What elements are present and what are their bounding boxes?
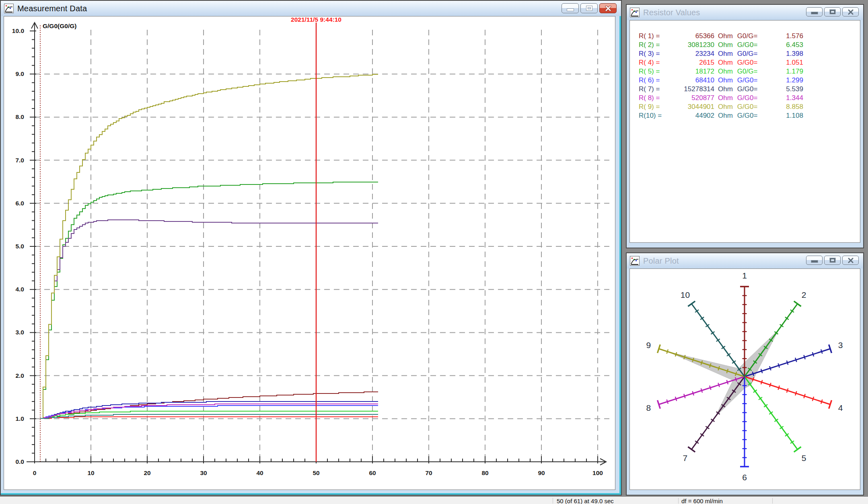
r-label: R(10) =	[639, 112, 668, 120]
caption-buttons	[806, 256, 859, 265]
close-button[interactable]	[842, 7, 859, 16]
app-chart-icon[interactable]	[630, 256, 640, 266]
svg-text:30: 30	[200, 469, 207, 476]
minimize-icon	[811, 260, 818, 263]
r-ratio-label: G/G0=	[737, 94, 769, 102]
r-ratio: 1.108	[769, 112, 803, 120]
maximize-button[interactable]	[824, 256, 841, 265]
status-separator	[772, 498, 773, 504]
resistor-row: R(10) =44902OhmG/G0=1.108	[630, 111, 860, 120]
svg-text:5.0: 5.0	[15, 243, 24, 250]
r-ohm: 18172	[668, 68, 714, 76]
close-button[interactable]	[599, 3, 617, 13]
r-ratio: 6.453	[769, 41, 803, 49]
app-chart-icon[interactable]	[630, 8, 640, 17]
r-ohm: 44902	[668, 112, 714, 120]
r-unit: Ohm	[718, 94, 733, 102]
svg-text:G/G0(G0/G): G/G0(G0/G)	[43, 23, 76, 29]
svg-text:10: 10	[87, 469, 94, 476]
resistor-row: R( 8) =520877OhmG/G0=1.344	[630, 94, 860, 102]
window-title: Polar Plot	[643, 256, 679, 266]
r-ratio: 1.344	[769, 94, 803, 102]
resistor-row: R( 6) =68410OhmG/G0=1.299	[630, 76, 860, 85]
r-ratio-label: G/G0=	[737, 76, 769, 84]
app-chart-icon[interactable]	[4, 4, 14, 13]
r-ratio: 8.858	[769, 103, 803, 111]
svg-text:3.0: 3.0	[15, 329, 24, 336]
minimize-icon	[567, 8, 574, 11]
svg-text:100: 100	[592, 469, 603, 476]
close-icon	[847, 258, 854, 263]
r-label: R( 4) =	[639, 59, 668, 67]
maximize-icon	[586, 6, 592, 10]
radar-axis-label: 5	[802, 453, 806, 463]
svg-text:70: 70	[425, 469, 432, 476]
r-label: R( 9) =	[639, 103, 668, 111]
status-flow: df = 600 ml/min	[681, 498, 723, 504]
r-unit: Ohm	[718, 50, 733, 58]
resistor-list: R( 1) =65366OhmG0/G=1.576R( 2) =3081230O…	[630, 20, 860, 120]
window-measurement-data: Measurement Data 0.01.02.03.04.05.06.07.…	[0, 0, 622, 496]
r-ratio: 1.299	[769, 76, 803, 84]
resistor-row: R( 2) =3081230OhmG/G0=6.453	[630, 41, 860, 49]
resistor-row: R( 5) =18172OhmG0/G=1.179	[630, 67, 860, 76]
titlebar-polar-plot[interactable]: Polar Plot	[627, 253, 863, 268]
close-button[interactable]	[842, 256, 859, 265]
polar-plot-canvas: 12345678910	[630, 269, 860, 490]
cursor-timestamp: 2021/11/5 9:44:10	[291, 16, 341, 23]
r-ohm: 3081230	[668, 41, 714, 49]
measurement-chart-client: 0.01.02.03.04.05.06.07.08.09.010.0010203…	[4, 16, 615, 490]
titlebar-measurement-data[interactable]: Measurement Data	[1, 1, 621, 16]
minimize-button[interactable]	[806, 256, 823, 265]
close-icon	[605, 6, 611, 11]
r-ohm: 68410	[668, 76, 714, 84]
svg-text:50: 50	[313, 469, 319, 476]
resistor-row: R( 9) =3044901OhmG/G0=8.858	[630, 102, 860, 111]
r-ratio-label: G/G0=	[737, 41, 769, 49]
resistor-row: R( 4) =2615OhmG/G0=1.051	[630, 58, 860, 67]
r-label: R( 6) =	[639, 76, 668, 84]
r-ratio-label: G/G0=	[737, 112, 769, 120]
window-title: Measurement Data	[17, 4, 87, 13]
r-ratio-label: G0/G=	[737, 50, 769, 58]
svg-text:10.0: 10.0	[12, 27, 24, 34]
svg-text:2.0: 2.0	[15, 372, 24, 379]
measurement-chart-canvas[interactable]: 0.01.02.03.04.05.06.07.08.09.010.0010203…	[4, 16, 615, 490]
r-label: R( 3) =	[639, 50, 668, 58]
radar-polygon	[668, 330, 779, 417]
radar-axis-label: 3	[838, 340, 843, 350]
svg-text:60: 60	[369, 469, 376, 476]
r-ohm: 3044901	[668, 103, 714, 111]
resistor-row: R( 3) =23234OhmG0/G=1.398	[630, 49, 860, 58]
minimize-button[interactable]	[806, 7, 823, 16]
r-ratio-label: G/G0=	[737, 85, 769, 93]
svg-text:8.0: 8.0	[15, 113, 24, 120]
r-unit: Ohm	[718, 68, 733, 76]
r-ohm: 15278314	[668, 85, 714, 93]
maximize-button[interactable]	[824, 7, 841, 16]
titlebar-resistor-values[interactable]: Resistor Values	[627, 5, 863, 20]
r-ratio: 1.051	[769, 59, 803, 67]
status-separator	[678, 498, 679, 504]
svg-text:0.0: 0.0	[15, 458, 24, 465]
r-ratio: 1.398	[769, 50, 803, 58]
r-ratio: 1.179	[769, 68, 803, 76]
r-unit: Ohm	[718, 32, 733, 40]
r-unit: Ohm	[718, 103, 733, 111]
r-label: R( 7) =	[639, 85, 668, 93]
maximize-button[interactable]	[580, 3, 598, 13]
maximize-icon	[830, 10, 835, 14]
r-ratio-label: G0/G=	[737, 32, 769, 40]
mdi-desktop: Measurement Data 0.01.02.03.04.05.06.07.…	[0, 0, 868, 504]
svg-text:80: 80	[481, 469, 488, 476]
r-ohm: 23234	[668, 50, 714, 58]
r-ohm: 65366	[668, 32, 714, 40]
minimize-button[interactable]	[562, 3, 579, 13]
svg-text:1.0: 1.0	[15, 415, 24, 422]
window-resistor-values: Resistor Values R( 1) =65366OhmG0/G=1.57…	[626, 4, 864, 248]
caption-buttons	[562, 3, 617, 13]
r-unit: Ohm	[718, 76, 733, 84]
r-ratio: 1.576	[769, 32, 803, 40]
window-title: Resistor Values	[643, 8, 700, 17]
radar-axis-label: 9	[646, 340, 651, 350]
